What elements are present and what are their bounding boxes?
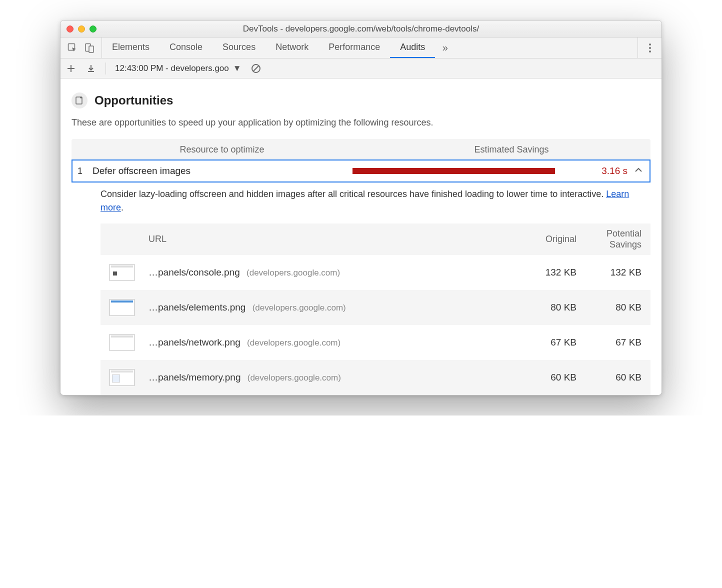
svg-point-3 (649, 44, 651, 46)
resource-potential: 132 KB (576, 267, 642, 278)
resource-url[interactable]: …panels/console.png (developers.google.c… (148, 267, 512, 278)
opportunity-description: Consider lazy-loading offscreen and hidd… (72, 182, 650, 222)
tab-performance[interactable]: Performance (318, 38, 390, 58)
col-savings-header: Estimated Savings (372, 144, 650, 155)
opportunity-row[interactable]: 1 Defer offscreen images 3.16 s (72, 160, 650, 182)
toolbar-separator (106, 62, 106, 74)
dropdown-caret-icon: ▼ (233, 64, 242, 74)
resources-header-row: URL Original PotentialSavings (100, 224, 650, 255)
opportunities-columns-header: Resource to optimize Estimated Savings (72, 139, 650, 160)
minimize-window-button[interactable] (78, 26, 85, 32)
close-window-button[interactable] (66, 26, 74, 32)
inspect-dock-group (64, 38, 102, 58)
resource-thumbnail (110, 334, 134, 351)
opportunities-header: Opportunities (72, 92, 650, 108)
svg-line-7 (254, 66, 258, 71)
devtools-tabstrip: Elements Console Sources Network Perform… (60, 38, 662, 58)
opportunity-savings-bar (352, 168, 555, 174)
zoom-window-button[interactable] (90, 26, 96, 32)
more-tabs-button[interactable]: » (435, 38, 455, 58)
resource-original: 80 KB (512, 302, 576, 313)
opportunities-description: These are opportunities to speed up your… (72, 118, 650, 128)
svg-point-4 (649, 47, 651, 49)
window-titlebar: DevTools - developers.google.com/web/too… (60, 20, 662, 38)
report-selector-label: 12:43:00 PM - developers.goo (115, 64, 229, 74)
audits-content: Opportunities These are opportunities to… (60, 78, 662, 395)
resource-url[interactable]: …panels/elements.png (developers.google.… (148, 302, 512, 313)
audits-toolbar: 12:43:00 PM - developers.goo ▼ (60, 58, 662, 78)
col-resource-header: Resource to optimize (72, 144, 372, 155)
resource-original: 132 KB (512, 267, 576, 278)
traffic-lights (66, 26, 96, 32)
res-col-potential: PotentialSavings (576, 228, 642, 250)
opportunity-name: Defer offscreen images (92, 166, 352, 176)
opportunity-bar-wrap (352, 168, 582, 174)
download-report-button[interactable] (86, 64, 96, 73)
resource-row: …panels/network.png (developers.google.c… (100, 325, 650, 360)
devtools-window: DevTools - developers.google.com/web/too… (60, 20, 662, 396)
resource-thumbnail (110, 369, 134, 386)
devtools-menu-button[interactable] (638, 38, 662, 58)
svg-point-5 (649, 50, 651, 52)
resource-url[interactable]: …panels/network.png (developers.google.c… (148, 337, 512, 348)
tab-network[interactable]: Network (266, 38, 318, 58)
opportunity-desc-text: Consider lazy-loading offscreen and hidd… (100, 189, 606, 199)
tab-elements[interactable]: Elements (102, 38, 160, 58)
resource-thumbnail (110, 264, 134, 281)
tab-console[interactable]: Console (160, 38, 212, 58)
resource-potential: 80 KB (576, 302, 642, 313)
device-toggle-icon[interactable] (84, 43, 94, 53)
report-selector[interactable]: 12:43:00 PM - developers.goo ▼ (115, 64, 242, 74)
tab-sources[interactable]: Sources (212, 38, 266, 58)
resource-url[interactable]: …panels/memory.png (developers.google.co… (148, 372, 512, 383)
window-title: DevTools - developers.google.com/web/too… (60, 24, 662, 34)
resource-potential: 60 KB (576, 372, 642, 383)
resource-original: 67 KB (512, 337, 576, 348)
opportunity-index: 1 (78, 166, 92, 176)
clear-report-button[interactable] (250, 64, 262, 74)
opportunity-savings-value: 3.16 s (582, 166, 628, 176)
chevron-up-icon[interactable] (628, 166, 642, 176)
tab-audits[interactable]: Audits (390, 38, 435, 58)
res-col-original: Original (512, 234, 576, 244)
inspect-element-icon[interactable] (68, 43, 78, 53)
resource-original: 60 KB (512, 372, 576, 383)
resource-potential: 67 KB (576, 337, 642, 348)
panel-tabs: Elements Console Sources Network Perform… (102, 38, 455, 58)
res-col-url: URL (110, 234, 512, 244)
new-audit-button[interactable] (66, 64, 76, 73)
svg-rect-2 (89, 46, 94, 52)
resource-thumbnail (110, 299, 134, 316)
resources-table: URL Original PotentialSavings …panels/co… (100, 224, 650, 395)
resource-row: …panels/memory.png (developers.google.co… (100, 360, 650, 395)
resource-row: …panels/elements.png (developers.google.… (100, 290, 650, 325)
opportunities-title: Opportunities (94, 94, 173, 108)
opportunities-icon (72, 92, 88, 108)
resource-row: …panels/console.png (developers.google.c… (100, 255, 650, 290)
